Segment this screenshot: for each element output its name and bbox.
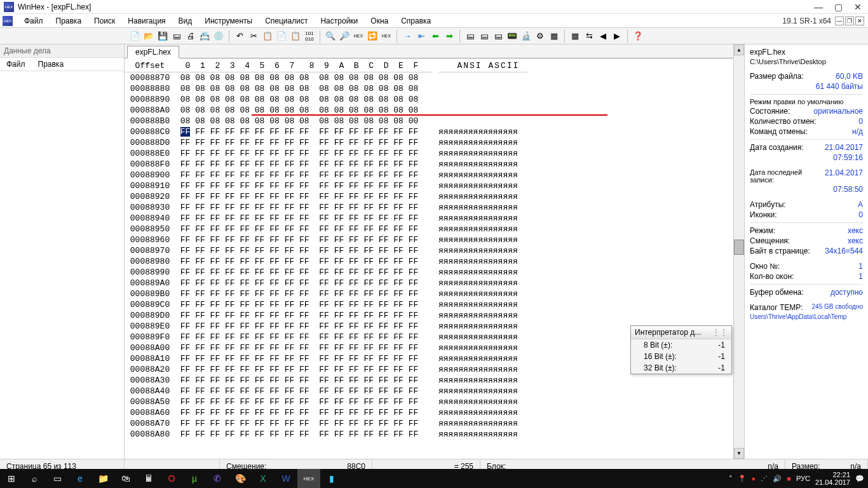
data-interpreter-panel[interactable]: Интерпретатор д...⋮⋮ 8 Bit (±):-116 Bit … bbox=[630, 325, 732, 374]
back-icon[interactable]: ⇤ bbox=[415, 30, 428, 43]
edge-icon[interactable]: e bbox=[69, 469, 92, 488]
excel-icon[interactable]: X bbox=[252, 469, 275, 488]
next-icon[interactable]: ➡ bbox=[443, 30, 456, 43]
word-icon[interactable]: W bbox=[275, 469, 297, 488]
tray-app-icon[interactable]: ■ bbox=[787, 475, 791, 482]
info-winno-label: Окно №: bbox=[750, 262, 780, 271]
find-hex-icon[interactable]: HEX bbox=[352, 30, 365, 43]
hex-view[interactable]: Offset000888700008888000088890000888A000… bbox=[125, 58, 733, 459]
menu-edit[interactable]: Правка bbox=[50, 15, 88, 27]
info-temp-label: Каталог TEMP: bbox=[750, 303, 803, 312]
prev-icon[interactable]: ⬅ bbox=[429, 30, 442, 43]
menu-navigation[interactable]: Навигация bbox=[121, 15, 172, 27]
close-button[interactable]: ✕ bbox=[854, 2, 862, 12]
open-icon[interactable]: 📂 bbox=[142, 30, 155, 43]
toolbar-separator bbox=[229, 30, 229, 43]
opera-icon[interactable]: O bbox=[160, 469, 183, 488]
mdi-restore-button[interactable]: ❐ bbox=[845, 17, 854, 25]
tab-file[interactable]: expFL.hex bbox=[127, 46, 179, 58]
undo-icon[interactable]: ↶ bbox=[233, 30, 246, 43]
scroll-track[interactable] bbox=[734, 55, 744, 448]
tray-location-icon[interactable]: 📍 bbox=[738, 475, 747, 483]
calculator-icon[interactable]: 🖩 bbox=[137, 469, 160, 488]
gear-icon[interactable]: ⚙ bbox=[534, 30, 546, 43]
tray-network-icon[interactable]: ⋰ bbox=[761, 475, 768, 483]
info-clip-label: Буфер обмена: bbox=[750, 288, 804, 297]
paste-icon[interactable]: 📄 bbox=[275, 30, 288, 43]
menu-help[interactable]: Справка bbox=[395, 15, 437, 27]
winhex-taskbar-icon[interactable]: HEX bbox=[297, 469, 320, 488]
tray-language[interactable]: РУС bbox=[796, 475, 810, 482]
ram-icon[interactable]: ▦ bbox=[548, 30, 560, 43]
save-icon[interactable]: 💾 bbox=[156, 30, 169, 43]
maximize-button[interactable]: ▢ bbox=[834, 2, 843, 12]
tray-clock[interactable]: 22:21 21.04.2017 bbox=[815, 471, 850, 486]
menu-file[interactable]: Файл bbox=[18, 15, 50, 27]
info-filename: expFL.hex bbox=[750, 48, 785, 57]
taskview-icon[interactable]: ▭ bbox=[46, 469, 69, 488]
info-temp: 245 GB свободно bbox=[812, 303, 863, 312]
leftpane-header: Данные дела bbox=[0, 44, 124, 58]
info-offsets-label: Смещения: bbox=[750, 236, 790, 245]
left-icon[interactable]: ◀ bbox=[597, 30, 609, 43]
menu-tools[interactable]: Инструменты bbox=[198, 15, 259, 27]
properties-icon[interactable]: 📇 bbox=[198, 30, 211, 43]
info-winno: 1 bbox=[858, 262, 863, 271]
tray-volume-icon[interactable]: 🔊 bbox=[773, 475, 782, 483]
goto-icon[interactable]: → bbox=[401, 30, 414, 43]
disk-icon[interactable]: 💿 bbox=[212, 30, 225, 43]
tabs: expFL.hex bbox=[125, 44, 733, 58]
replace-icon[interactable]: 🔁 bbox=[366, 30, 379, 43]
menu-specialist[interactable]: Специалист bbox=[259, 15, 314, 27]
utorrent-icon[interactable]: µ bbox=[183, 469, 206, 488]
app-icon[interactable]: ▮ bbox=[320, 469, 343, 488]
new-icon[interactable]: 📄 bbox=[128, 30, 141, 43]
interpreter-grip-icon[interactable]: ⋮⋮ bbox=[712, 328, 728, 337]
minimize-button[interactable]: — bbox=[814, 2, 823, 12]
analyze-icon[interactable]: 🔬 bbox=[520, 30, 532, 43]
info-wincount-label: Кол-во окон: bbox=[750, 272, 794, 281]
help-icon[interactable]: ❓ bbox=[632, 30, 644, 43]
replace-hex-icon[interactable]: HEX bbox=[380, 30, 393, 43]
menu-view[interactable]: Вид bbox=[172, 15, 199, 27]
menu-window[interactable]: Окна bbox=[364, 15, 395, 27]
tray-bitdefender-icon[interactable]: ● bbox=[752, 475, 756, 482]
leftpane-menu-file[interactable]: Файл bbox=[0, 58, 32, 71]
search-icon[interactable]: ⌕ bbox=[23, 469, 46, 488]
mdi-close-button[interactable]: ✕ bbox=[855, 17, 864, 25]
sync-icon[interactable]: ⇆ bbox=[583, 30, 595, 43]
hex-icon[interactable]: 101010 bbox=[303, 30, 316, 43]
saveas-icon[interactable]: 🖴 bbox=[170, 30, 183, 43]
print-icon[interactable]: 🖨 bbox=[184, 30, 197, 43]
info-created-label: Дата создания: bbox=[750, 143, 804, 152]
app-icon-small: HEX bbox=[3, 16, 13, 26]
start-button[interactable]: ⊞ bbox=[0, 469, 23, 488]
disk2-icon[interactable]: 🖴 bbox=[478, 30, 491, 43]
annotation-redline bbox=[252, 114, 607, 116]
viber-icon[interactable]: ✆ bbox=[206, 469, 229, 488]
scroll-up-button[interactable]: ▲ bbox=[734, 44, 744, 55]
cut-icon[interactable]: ✂ bbox=[247, 30, 260, 43]
tray-notifications-icon[interactable]: 💬 bbox=[855, 475, 864, 483]
find-text-icon[interactable]: 🔎 bbox=[338, 30, 351, 43]
clipboard-icon[interactable]: 📋 bbox=[289, 30, 302, 43]
scroll-thumb[interactable] bbox=[734, 240, 744, 255]
find-icon[interactable]: 🔍 bbox=[324, 30, 337, 43]
interpreter-title: Интерпретатор д... bbox=[635, 328, 701, 337]
copy-icon[interactable]: 📋 bbox=[261, 30, 274, 43]
disk3-icon[interactable]: 🖴 bbox=[492, 30, 505, 43]
grid-icon[interactable]: ▦ bbox=[569, 30, 581, 43]
menu-options[interactable]: Настройки bbox=[314, 15, 364, 27]
scroll-down-button[interactable]: ▼ bbox=[734, 448, 744, 459]
calc-icon[interactable]: 📟 bbox=[506, 30, 519, 43]
mdi-minimize-button[interactable]: — bbox=[835, 17, 844, 25]
disk1-icon[interactable]: 🖴 bbox=[464, 30, 477, 43]
right-icon[interactable]: ▶ bbox=[611, 30, 623, 43]
tray-chevron-icon[interactable]: ˄ bbox=[729, 475, 733, 483]
menu-search[interactable]: Поиск bbox=[88, 15, 121, 27]
store-icon[interactable]: 🛍 bbox=[114, 469, 137, 488]
leftpane-menu-edit[interactable]: Правка bbox=[32, 58, 71, 71]
explorer-icon[interactable]: 📁 bbox=[92, 469, 114, 488]
vertical-scrollbar[interactable]: ▲ ▼ bbox=[733, 44, 744, 459]
paint-icon[interactable]: 🎨 bbox=[229, 469, 252, 488]
